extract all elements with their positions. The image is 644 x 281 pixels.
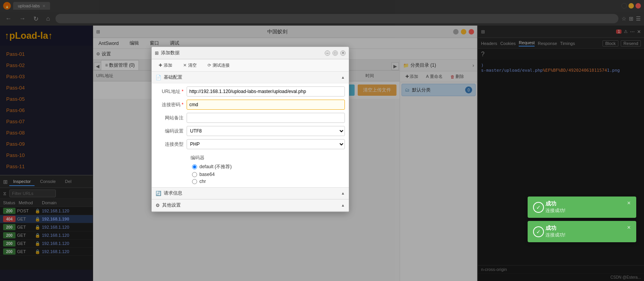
success-title-2: 成功 [545, 225, 623, 232]
other-settings-title: ⚙ 其他设置 [156, 202, 181, 209]
basic-config-header[interactable]: 📄 基础配置 ▲ [152, 72, 349, 83]
encoder-base64-radio[interactable] [192, 172, 197, 177]
success-notif-1: ✓ 成功 连接成功! ✕ [528, 197, 636, 218]
request-info-title: 🔄 请求信息 [156, 190, 182, 197]
encoder-radio-group: default (不推荐) base64 chr [190, 164, 341, 184]
encoder-label: 编码器 [190, 155, 341, 161]
modal-title: ⊞ 添加数据 [155, 50, 325, 56]
request-info-header[interactable]: 🔄 请求信息 ▲ [152, 188, 349, 199]
note-label: 网站备注 [156, 115, 187, 121]
modal-title-text: 添加数据 [161, 50, 180, 56]
modal-restore-btn[interactable]: □ [332, 50, 338, 56]
encoding-select[interactable]: UTF8 [187, 126, 345, 136]
encoder-chr-radio[interactable] [192, 179, 197, 184]
settings-icon: ⚙ [156, 203, 160, 208]
note-row: 网站备注 [156, 113, 345, 123]
note-input[interactable] [187, 113, 345, 123]
modal-close-btn[interactable]: ✕ [340, 50, 346, 56]
modal-add-btn[interactable]: ✚ 添加 [155, 61, 176, 70]
encoder-chr-option[interactable]: chr [192, 179, 341, 184]
other-settings-section: ⚙ 其他设置 ▲ [152, 200, 349, 212]
url-row: URL地址 [156, 86, 345, 97]
basic-config-body: URL地址 连接密码 网站备注 编码设置 UTF8 [152, 83, 349, 187]
modal-toolbar: ✚ 添加 ✕ 清空 ⟳ 测试连接 [152, 59, 349, 72]
modal-minimize-btn[interactable]: – [325, 50, 330, 56]
encoder-default-label: default (不推荐) [199, 164, 232, 170]
notif-2-content: ✓ 成功 连接成功! [533, 225, 623, 238]
password-input[interactable] [187, 100, 345, 110]
connection-select[interactable]: PHP [187, 139, 345, 149]
clear-icon: ✕ [183, 63, 187, 68]
modal-window-icon: ⊞ [155, 50, 159, 56]
section-collapse-icon: ▲ [341, 75, 345, 79]
encoder-base64-label: base64 [199, 172, 215, 177]
notif-1-close[interactable]: ✕ [627, 200, 631, 206]
encoder-section: 编码器 default (不推荐) base64 chr [156, 152, 345, 184]
notif-1-content: ✓ 成功 连接成功! [533, 200, 623, 214]
other-settings-header[interactable]: ⚙ 其他设置 ▲ [152, 200, 349, 211]
basic-config-title: 📄 基础配置 [156, 74, 182, 81]
password-row: 连接密码 [156, 100, 345, 110]
encoder-default-radio[interactable] [192, 164, 197, 169]
success-title-1: 成功 [545, 200, 623, 207]
success-notifications: ✓ 成功 连接成功! ✕ ✓ 成功 连接成功! ✕ [528, 197, 636, 242]
request-icon: 🔄 [156, 191, 161, 196]
success-text-2: 成功 连接成功! [545, 225, 623, 238]
success-check-icon-1: ✓ [533, 202, 544, 213]
url-input[interactable] [187, 86, 345, 97]
basic-config-section: 📄 基础配置 ▲ URL地址 连接密码 网站备注 [152, 72, 349, 188]
encoder-default-option[interactable]: default (不推荐) [192, 164, 341, 170]
success-notif-2: ✓ 成功 连接成功! ✕ [528, 221, 636, 242]
modal-clear-btn[interactable]: ✕ 清空 [179, 61, 201, 70]
encoding-label: 编码设置 [156, 128, 187, 134]
success-check-icon-2: ✓ [533, 226, 544, 237]
connection-label: 连接类型 [156, 141, 187, 148]
other-collapse-icon: ▲ [341, 203, 345, 207]
request-collapse-icon: ▲ [341, 191, 345, 195]
success-msg-1: 连接成功! [545, 207, 623, 214]
password-label: 连接密码 [156, 102, 187, 108]
encoding-row: 编码设置 UTF8 [156, 126, 345, 136]
add-data-modal: ⊞ 添加数据 – □ ✕ ✚ 添加 ✕ 清空 ⟳ 测试连接 📄 基础 [151, 47, 349, 212]
request-info-section: 🔄 请求信息 ▲ [152, 188, 349, 200]
test-icon: ⟳ [208, 63, 211, 68]
success-msg-2: 连接成功! [545, 232, 623, 238]
modal-content: 📄 基础配置 ▲ URL地址 连接密码 网站备注 [152, 72, 349, 212]
modal-controls: – □ ✕ [325, 50, 346, 56]
encoder-base64-option[interactable]: base64 [192, 172, 341, 177]
success-text-1: 成功 连接成功! [545, 200, 623, 214]
connection-type-row: 连接类型 PHP [156, 139, 345, 149]
modal-test-btn[interactable]: ⟳ 测试连接 [204, 61, 234, 70]
file-icon: 📄 [156, 75, 161, 80]
add-icon: ✚ [159, 63, 162, 68]
modal-titlebar: ⊞ 添加数据 – □ ✕ [152, 47, 349, 59]
encoder-chr-label: chr [199, 179, 206, 184]
url-label: URL地址 [156, 88, 187, 95]
notif-2-close[interactable]: ✕ [627, 225, 631, 230]
